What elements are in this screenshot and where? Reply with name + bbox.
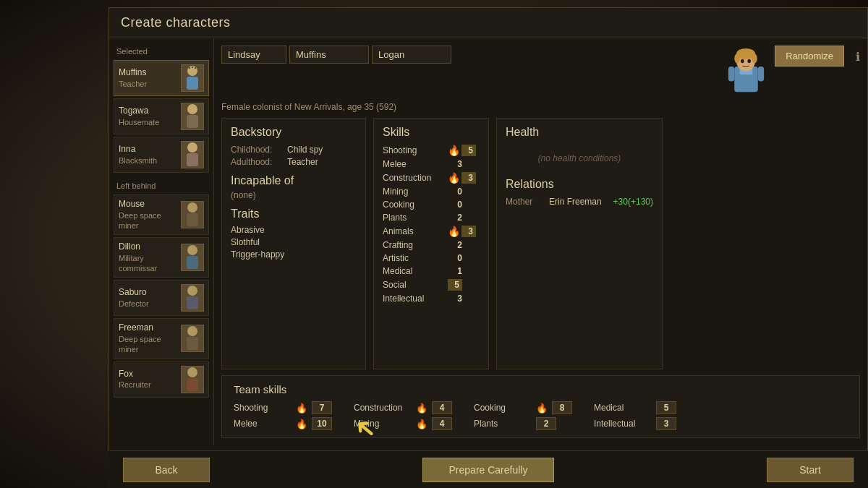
svg-rect-6: [187, 115, 198, 128]
skill-intellectual: Intellectual 3: [383, 294, 480, 304]
relations-title: Relations: [506, 178, 653, 191]
char-description: Female colonist of New Arrivals, age 35 …: [221, 102, 860, 112]
avatar: [181, 141, 204, 168]
team-skill-group-3: Cooking 🔥 8 Plants 2: [474, 401, 572, 430]
skill-animals: Animals 🔥 3: [383, 226, 480, 237]
skill-crafting: Crafting 2: [383, 240, 480, 250]
svg-point-23: [734, 53, 739, 63]
team-skills-title: Team skills: [234, 383, 848, 395]
back-button[interactable]: Back: [123, 458, 210, 482]
title-bar: Create characters: [109, 8, 867, 38]
randomize-button[interactable]: Randomize: [775, 46, 844, 67]
char-role: Blacksmith: [119, 155, 178, 166]
char-name: Inna: [119, 144, 178, 155]
backstory-adulthood-label: Adulthood:: [231, 157, 281, 167]
skill-artistic: Artistic 0: [383, 253, 480, 263]
char-card-dillon[interactable]: Dillon Military commissar: [114, 237, 209, 278]
char-name: Dillon: [119, 241, 178, 253]
skill-plants: Plants 2: [383, 213, 480, 223]
info-icon[interactable]: ℹ: [856, 46, 860, 64]
first-name-input[interactable]: [221, 46, 286, 64]
char-role: Defector: [119, 299, 178, 309]
char-role: Teacher: [119, 79, 178, 89]
skills-panel: Skills Shooting 🔥 5 Melee 3 Construction…: [373, 118, 489, 369]
svg-point-24: [752, 53, 757, 63]
team-skill-group-1: Shooting 🔥 7 Melee 🔥 10: [234, 401, 332, 430]
svg-rect-10: [187, 213, 198, 226]
avatar: [181, 325, 204, 352]
left-behind-label: Left behind: [114, 179, 209, 194]
bottom-bar: Back Prepare Carefully Start: [109, 450, 868, 488]
char-sprite: [724, 46, 767, 96]
char-info: Inna Blacksmith: [119, 144, 178, 166]
backstory-adulthood-value: Teacher: [287, 157, 318, 167]
char-card-fox[interactable]: Fox Recruiter: [114, 361, 209, 398]
prepare-carefully-button[interactable]: Prepare Carefully: [422, 458, 555, 482]
skill-shooting: Shooting 🔥 5: [383, 145, 480, 156]
char-name: Fox: [119, 369, 178, 380]
svg-rect-14: [187, 296, 198, 309]
svg-point-17: [187, 367, 197, 377]
team-skills-grid: Shooting 🔥 7 Melee 🔥 10 Cons: [234, 401, 848, 430]
svg-point-9: [187, 202, 197, 213]
team-skill-melee: Melee 🔥 10: [234, 417, 332, 430]
relation-value: +30(+130): [613, 197, 653, 207]
char-role: Recruiter: [119, 380, 178, 390]
char-card-inna[interactable]: Inna Blacksmith: [114, 137, 209, 173]
main-panel: Randomize ℹ Female colonist of New Arriv…: [214, 38, 867, 445]
char-card-mouse[interactable]: Mouse Deep space miner: [114, 194, 209, 235]
team-skill-shooting: Shooting 🔥 7: [234, 401, 332, 414]
incapable-title: Incapable of: [231, 174, 357, 187]
avatar: [181, 244, 204, 271]
avatar: [181, 284, 204, 312]
middle-name-input[interactable]: [289, 46, 369, 64]
char-role: Deep space miner: [119, 210, 178, 231]
trait-trigger-happy: Trigger-happy: [231, 249, 357, 260]
avatar: [181, 201, 204, 228]
char-card-togawa[interactable]: Togawa Housemate: [114, 98, 209, 134]
skills-title: Skills: [383, 126, 480, 139]
char-role: Deep space miner: [119, 334, 178, 355]
char-info: Muffins Teacher: [119, 67, 178, 89]
start-button[interactable]: Start: [767, 458, 854, 482]
svg-rect-8: [187, 153, 198, 166]
avatar: [181, 64, 204, 92]
relation-row-mother: Mother Erin Freeman +30(+130): [506, 197, 653, 207]
team-skill-group-4: Medical 5 Intellectual 3: [594, 401, 676, 430]
team-skills-bar: Team skills Shooting 🔥 7 Melee 🔥 10: [221, 375, 860, 438]
char-name: Muffins: [119, 67, 178, 79]
sidebar: Selected Muffins Teacher: [109, 38, 214, 445]
main-window: Create characters Selected Muffins Teach…: [109, 7, 868, 481]
backstory-adulthood-row: Adulthood: Teacher: [231, 157, 357, 167]
char-name: Freeman: [119, 322, 178, 334]
last-name-input[interactable]: [372, 46, 451, 64]
svg-rect-16: [187, 337, 198, 350]
svg-point-13: [187, 286, 197, 296]
avatar: [181, 103, 204, 130]
trait-abrasive: Abrasive: [231, 225, 357, 235]
char-name: Mouse: [119, 199, 178, 210]
svg-rect-12: [187, 256, 198, 269]
char-role: Military commissar: [119, 253, 178, 274]
skill-melee: Melee 3: [383, 159, 480, 169]
char-card-muffins[interactable]: Muffins Teacher: [114, 60, 209, 96]
backstory-panel: Backstory Childhood: Child spy Adulthood…: [221, 118, 366, 369]
skill-medical: Medical 1: [383, 266, 480, 276]
char-card-saburo[interactable]: Saburo Defector: [114, 280, 209, 316]
char-card-freeman[interactable]: Freeman Deep space miner: [114, 318, 209, 359]
team-skill-cooking: Cooking 🔥 8: [474, 401, 572, 414]
svg-point-5: [187, 104, 197, 114]
skill-social: Social 5: [383, 279, 480, 291]
char-header: Randomize ℹ: [221, 46, 860, 96]
window-title: Create characters: [121, 15, 856, 30]
char-info: Togawa Housemate: [119, 106, 178, 127]
health-title: Health: [506, 126, 653, 139]
avatar: [181, 366, 204, 393]
svg-point-26: [747, 59, 751, 63]
char-name: Saburo: [119, 287, 178, 299]
backstory-title: Backstory: [231, 126, 357, 139]
info-columns: Backstory Childhood: Child spy Adulthood…: [221, 118, 860, 369]
svg-rect-27: [728, 67, 734, 81]
skill-mining: Mining 0: [383, 187, 480, 197]
char-name: Togawa: [119, 106, 178, 117]
